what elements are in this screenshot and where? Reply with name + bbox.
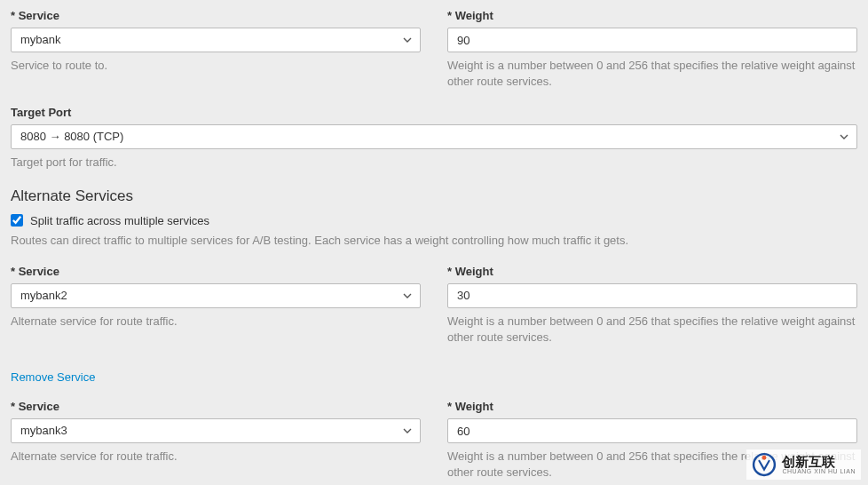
weight-label: * Weight xyxy=(447,9,857,22)
alternate-services-heading: Alternate Services xyxy=(11,187,857,205)
target-port-select[interactable]: 8080 → 8080 (TCP) xyxy=(11,124,857,149)
alt-service-help: Alternate service for route traffic. xyxy=(11,314,421,330)
alt-weight-input-2[interactable] xyxy=(447,418,857,443)
alt-service-select-2[interactable]: mybank3 xyxy=(11,418,421,443)
watermark-text-en: CHUANG XIN HU LIAN xyxy=(782,468,856,474)
service-select[interactable]: mybank xyxy=(11,28,421,52)
service-label: * Service xyxy=(11,9,421,22)
target-port-label: Target Port xyxy=(11,106,857,119)
watermark: 创新互联 CHUANG XIN HU LIAN xyxy=(746,449,861,480)
alt-weight-help: Weight is a number between 0 and 256 tha… xyxy=(447,314,857,346)
weight-input[interactable] xyxy=(447,28,857,52)
service-help: Service to route to. xyxy=(11,58,421,74)
alt-service-label-2: * Service xyxy=(11,400,421,413)
alt-weight-label: * Weight xyxy=(447,265,857,278)
split-traffic-label[interactable]: Split traffic across multiple services xyxy=(30,214,209,227)
watermark-logo-icon xyxy=(752,452,777,477)
alternate-services-help: Routes can direct traffic to multiple se… xyxy=(11,233,857,249)
alt-weight-input[interactable] xyxy=(447,283,857,308)
svg-point-1 xyxy=(762,456,767,460)
watermark-text-cn: 创新互联 xyxy=(782,455,856,468)
alt-service-select[interactable]: mybank2 xyxy=(11,283,421,308)
target-port-help: Target port for traffic. xyxy=(11,155,857,171)
remove-service-link[interactable]: Remove Service xyxy=(11,370,95,384)
split-traffic-checkbox[interactable] xyxy=(11,214,23,227)
weight-help: Weight is a number between 0 and 256 tha… xyxy=(447,58,857,90)
alt-weight-label-2: * Weight xyxy=(447,400,857,413)
alt-service-label: * Service xyxy=(11,265,421,278)
alt-service-help-2: Alternate service for route traffic. xyxy=(11,449,421,465)
